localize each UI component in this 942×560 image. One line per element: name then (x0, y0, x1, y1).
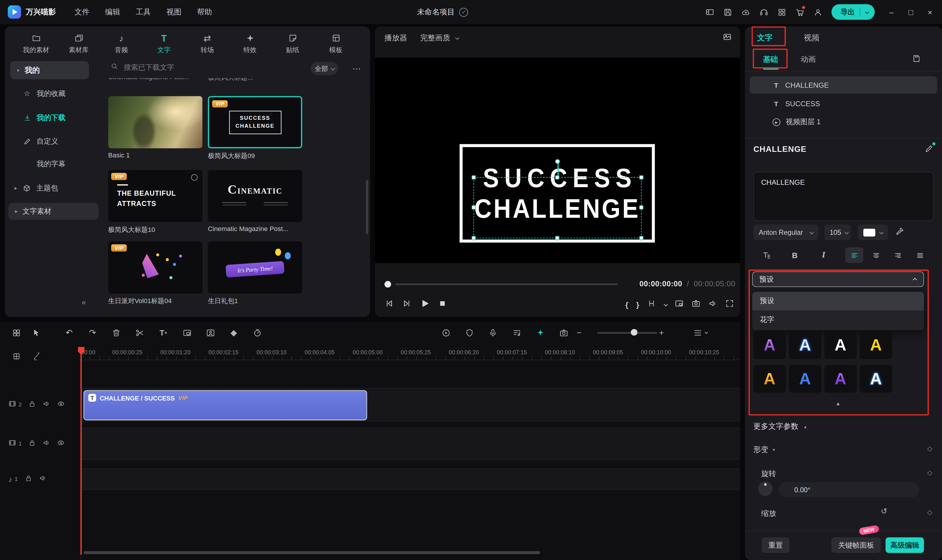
export-button[interactable]: 导出 (832, 4, 875, 20)
hide-track-icon[interactable] (57, 439, 65, 448)
reset-button[interactable]: 重置 (762, 537, 789, 553)
media-item-thumbnail[interactable] (108, 96, 202, 148)
marker-button[interactable] (461, 325, 478, 340)
media-item-thumbnail-selected[interactable]: VIP SUCCESSCHALLENGE (208, 96, 302, 148)
rotation-knob[interactable] (758, 482, 773, 496)
align-right-button[interactable] (888, 248, 907, 263)
resize-handle[interactable] (555, 175, 559, 180)
cart-button[interactable] (791, 3, 809, 21)
preset-option-preset[interactable]: 预设 (752, 292, 924, 311)
rotation-value-input[interactable]: 0.00° (779, 482, 919, 497)
search-input[interactable] (124, 63, 262, 71)
tab-stock-media[interactable]: 素材库 (60, 30, 98, 58)
chevron-down-icon[interactable] (664, 302, 668, 306)
mute-icon[interactable] (43, 400, 51, 410)
media-item-thumbnail[interactable]: VIP (108, 241, 202, 293)
keyframe-diamond-icon[interactable]: ◇ (927, 509, 932, 517)
fullscreen-button[interactable] (725, 299, 734, 310)
account-button[interactable] (809, 3, 826, 21)
stop-button[interactable] (438, 300, 446, 309)
menu-edit[interactable]: 编辑 (97, 0, 128, 24)
keyframe-diamond-icon[interactable]: ◇ (927, 469, 932, 477)
save-button[interactable] (718, 3, 737, 21)
mute-icon[interactable] (39, 474, 47, 484)
sidebar-item-theme-packs[interactable]: ▸ 主题包 (14, 180, 58, 196)
layer-item-success[interactable]: T SUCCESS (750, 95, 937, 112)
text-preset-swatch[interactable]: A (824, 331, 857, 359)
sidebar-item-custom[interactable]: 自定义 (23, 133, 58, 149)
media-item-thumbnail[interactable]: It's Party Time! (208, 241, 302, 293)
support-button[interactable] (754, 3, 772, 21)
volume-button[interactable] (708, 299, 717, 310)
text-preset-swatch[interactable]: A (860, 331, 892, 359)
seek-bar[interactable] (395, 283, 618, 285)
smart-tool-button[interactable] (532, 325, 549, 340)
chroma-key-button[interactable] (202, 325, 219, 340)
render-preview-button[interactable] (437, 325, 454, 340)
ai-edit-icon[interactable] (925, 144, 934, 155)
layout-button[interactable] (700, 3, 718, 21)
eyedropper-button[interactable] (895, 227, 904, 238)
voiceover-button[interactable] (484, 325, 501, 340)
quality-dropdown[interactable]: 完整画质 (420, 33, 458, 43)
text-style-button[interactable] (757, 248, 775, 263)
transform-section-header[interactable]: 形变 ▾ (753, 445, 775, 455)
zoom-slider[interactable] (597, 332, 657, 334)
more-text-params-toggle[interactable]: 更多文字参数▲ (753, 422, 807, 432)
sidebar-item-favorites[interactable]: ☆ 我的收藏 (23, 86, 66, 102)
tab-templates[interactable]: 模板 (316, 30, 355, 58)
menu-view[interactable]: 视图 (159, 0, 189, 24)
redo-button[interactable]: ↷ (84, 325, 101, 340)
resize-handle[interactable] (472, 205, 476, 209)
tab-text-properties[interactable]: 文字 (757, 32, 773, 43)
manage-tracks-button[interactable] (8, 348, 25, 364)
seek-handle[interactable] (385, 281, 391, 288)
reset-scale-icon[interactable]: ↺ (881, 507, 887, 516)
layer-item-challenge[interactable]: T CHALLENGE (750, 76, 937, 94)
sidebar-item-downloads[interactable]: 我的下载 (23, 110, 66, 125)
tab-text[interactable]: T 文字 (145, 30, 183, 58)
tab-audio[interactable]: ♪ 音频 (102, 30, 141, 58)
playhead-line[interactable] (80, 347, 81, 555)
select-tool-button[interactable] (28, 325, 45, 340)
sidebar-item-text-assets[interactable]: ▸ 文字素材 (9, 203, 99, 220)
export-frame-button[interactable] (555, 325, 572, 340)
more-options-button[interactable]: ⋯ (350, 62, 364, 75)
lock-icon[interactable] (28, 439, 36, 448)
font-family-dropdown[interactable]: Anton Regular (753, 225, 818, 240)
close-button[interactable]: × (920, 0, 940, 24)
rotate-handle[interactable] (555, 159, 560, 164)
zoom-slider-handle[interactable] (631, 329, 637, 335)
add-text-button[interactable]: T+ (155, 325, 172, 340)
align-center-button[interactable] (867, 248, 885, 263)
timeline-scrollbar[interactable] (84, 551, 540, 554)
range-select-button[interactable] (647, 299, 656, 310)
timeline-clip-text[interactable]: T CHALLENGE / SUCCESS VIP (84, 390, 367, 420)
menu-file[interactable]: 文件 (66, 0, 97, 24)
text-content-input[interactable]: CHALLENGE (753, 172, 933, 221)
cloud-sync-button[interactable] (737, 3, 754, 21)
snap-toggle-button[interactable] (28, 348, 45, 364)
resize-handle[interactable] (639, 205, 643, 209)
timeline-ruler[interactable]: 00:00 00:00:00:25 00:00:01:20 00:00:02:1… (80, 347, 740, 360)
next-frame-button[interactable] (402, 299, 412, 310)
mark-out-button[interactable]: } (636, 300, 639, 309)
text-preset-swatch[interactable]: A (789, 331, 821, 359)
resize-handle[interactable] (639, 175, 643, 180)
audio-track-1[interactable] (80, 468, 740, 490)
text-preset-swatch[interactable]: A (824, 365, 857, 392)
maximize-button[interactable]: □ (901, 0, 920, 24)
tab-effects[interactable]: 特效 (231, 30, 269, 58)
tab-stickers[interactable]: 贴纸 (273, 30, 312, 58)
bold-button[interactable]: B (786, 248, 804, 263)
resize-handle[interactable] (472, 175, 476, 180)
lock-icon[interactable] (25, 474, 32, 484)
resize-handle[interactable] (555, 236, 559, 240)
resize-handle[interactable] (472, 236, 476, 240)
pip-display-button[interactable] (675, 299, 684, 310)
apps-button[interactable] (773, 3, 791, 21)
snapshot-button[interactable] (691, 299, 700, 310)
keyframe-diamond-icon[interactable]: ◇ (927, 445, 932, 453)
subtab-basic[interactable]: 基础 (763, 55, 778, 65)
tab-video-properties[interactable]: 视频 (804, 32, 820, 43)
